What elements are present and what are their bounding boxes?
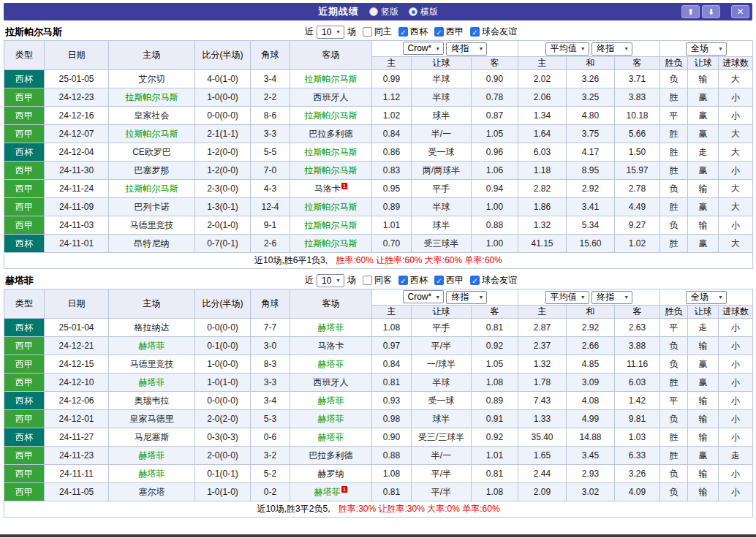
team-name-text: 赫塔菲 <box>139 377 165 387</box>
result-wdl: 胜 <box>660 125 688 143</box>
away-team: 西班牙人 <box>290 374 372 392</box>
avg-away: 6.03 <box>615 374 660 392</box>
chevron-down-icon: ▼ <box>336 29 341 34</box>
team-name-text: CE欧罗巴 <box>132 147 171 157</box>
col-away: 客场 <box>290 41 372 70</box>
match-row: 西甲24-11-11赫塔菲0-1(0-1)5-2赫罗纳1.08平/半0.812.… <box>4 465 753 483</box>
corners: 2-6 <box>251 235 290 253</box>
team-name: 赫塔菲 <box>4 274 34 287</box>
match-count-select[interactable]: 10 ▼ <box>317 274 344 287</box>
avg-home: 1.32 <box>518 216 567 235</box>
odds-handicap: 受三球半 <box>412 235 472 253</box>
chevron-down-icon: ▼ <box>624 295 629 300</box>
team-section-getafe: 赫塔菲 近 10 ▼ 场 同客 ✓ 西杯 ✓ 西甲 ✓ 球会友谊 <box>4 272 752 518</box>
corners: 3-3 <box>251 125 290 143</box>
filter-bar: 近 10 ▼ 场 同主 ✓ 西杯 ✓ 西甲 ✓ 球会友谊 <box>69 26 752 39</box>
odds-home: 1.08 <box>372 465 412 483</box>
results-table: 类型 日期 主场 比分(半场) 角球 客场 Crow* ▼ 终指 ▼ <box>4 289 753 518</box>
odds-handicap: 半/一 <box>412 125 472 143</box>
same-venue-checkbox[interactable]: 同客 <box>363 274 392 287</box>
average-select[interactable]: 平均值 ▼ <box>545 291 589 304</box>
summary-record: 近10场,胜3平2负5, <box>257 504 330 514</box>
avg-home: 1.33 <box>518 410 567 428</box>
team-name-text: 赫塔菲 <box>318 395 344 406</box>
league-filter-cup[interactable]: ✓ 西杯 <box>398 274 428 287</box>
team-name-text: 巴拉多利德 <box>309 129 353 139</box>
odds-handicap: 受三/三球半 <box>412 428 472 447</box>
col-home: 主场 <box>109 289 195 319</box>
league-filter-liga[interactable]: ✓ 西甲 <box>434 26 464 38</box>
avg-draw: 3.09 <box>567 374 615 392</box>
result-handicap: 赢 <box>688 88 719 107</box>
league-filter-label: 球会友谊 <box>482 26 517 38</box>
full-match-select-cell: 全场 ▼ <box>660 41 753 57</box>
match-date: 24-11-11 <box>45 465 109 483</box>
col-score: 比分(半场) <box>195 289 251 319</box>
corners: 3-2 <box>251 447 290 465</box>
chevron-down-icon: ▼ <box>479 46 484 51</box>
radio-icon <box>369 7 378 16</box>
score: 2-0(0-0) <box>195 447 251 465</box>
result-wdl: 平 <box>660 107 688 125</box>
odds-home: 0.88 <box>372 447 412 465</box>
corners: 5-3 <box>251 410 290 428</box>
league-filter-liga[interactable]: ✓ 西甲 <box>434 274 464 287</box>
avg-away: 1.03 <box>615 428 660 447</box>
same-venue-checkbox[interactable]: 同主 <box>363 26 392 38</box>
chevron-down-icon: ▼ <box>479 295 484 300</box>
result-wdl: 负 <box>660 465 688 483</box>
average-select[interactable]: 平均值 ▼ <box>545 42 589 56</box>
league-filter-cup[interactable]: ✓ 西杯 <box>398 26 428 38</box>
layout-radio-vertical[interactable]: 竖版 <box>369 6 398 18</box>
league-filter-friendly[interactable]: ✓ 球会友谊 <box>470 26 517 38</box>
score: 0-1(0-1) <box>195 465 251 483</box>
final-index-select[interactable]: 终指 ▼ <box>446 42 487 56</box>
away-team: 马洛卡1 <box>290 180 372 198</box>
away-team: 拉斯帕尔马斯 <box>290 162 372 180</box>
match-row: 西杯25-01-05艾尔切4-0(1-0)3-4拉斯帕尔马斯0.99半球0.90… <box>4 70 753 88</box>
close-button[interactable]: ✕ <box>731 5 749 18</box>
final-index-select[interactable]: 终指 ▼ <box>591 291 632 304</box>
full-match-select-cell: 全场 ▼ <box>660 289 753 306</box>
full-match-select[interactable]: 全场 ▼ <box>686 42 727 56</box>
team-name-text: 赫罗纳 <box>318 469 344 479</box>
corners: 12-4 <box>251 198 290 216</box>
match-count-select[interactable]: 10 ▼ <box>317 26 344 39</box>
result-handicap: 赢 <box>688 107 719 125</box>
away-team: 赫塔菲 <box>290 392 372 410</box>
avg-home: 2.02 <box>518 70 567 88</box>
bookmaker-select[interactable]: Crow* ▼ <box>403 290 445 303</box>
home-team: 巴塞罗那 <box>109 162 195 180</box>
league-filter-label: 西甲 <box>446 274 464 287</box>
avg-draw: 2.92 <box>567 180 615 198</box>
match-date: 24-12-10 <box>45 374 109 392</box>
league-badge: 西甲 <box>4 216 45 235</box>
league-filter-friendly[interactable]: ✓ 球会友谊 <box>470 274 517 287</box>
summary-row: 近10场,胜3平2负5, 胜率:30% 让胜率:30% 大率:0% 单率:60% <box>4 501 753 518</box>
avg-draw: 3.45 <box>567 447 615 465</box>
league-filter-label: 球会友谊 <box>482 274 517 287</box>
chevron-down-icon: ▼ <box>581 46 586 51</box>
games-label: 场 <box>347 26 356 38</box>
avg-home: 2.82 <box>518 180 567 198</box>
move-down-button[interactable]: ⬇ <box>702 5 720 18</box>
result-handicap: 赢 <box>688 125 719 143</box>
league-badge: 西甲 <box>4 162 45 180</box>
match-count-value: 10 <box>322 276 331 286</box>
final-index-select[interactable]: 终指 ▼ <box>446 291 487 304</box>
home-team: 赫塔菲 <box>109 374 195 392</box>
move-up-button[interactable]: ⬆ <box>681 5 700 18</box>
bookmaker-select[interactable]: Crow* ▼ <box>403 42 445 55</box>
result-wdl: 平 <box>660 319 688 337</box>
odds-away: 1.05 <box>472 355 518 374</box>
corners: 0-2 <box>251 483 290 501</box>
layout-radio-horizontal[interactable]: 横版 <box>409 6 438 18</box>
col-avg-home: 主 <box>518 57 567 70</box>
match-date: 25-01-04 <box>45 319 109 337</box>
odds-handicap: 半球 <box>412 198 472 216</box>
match-date: 24-11-24 <box>45 180 109 198</box>
result-goals: 小 <box>719 337 753 355</box>
full-match-select[interactable]: 全场 ▼ <box>686 291 727 304</box>
final-index-select[interactable]: 终指 ▼ <box>591 42 632 56</box>
odds-handicap: 半球 <box>412 88 472 107</box>
